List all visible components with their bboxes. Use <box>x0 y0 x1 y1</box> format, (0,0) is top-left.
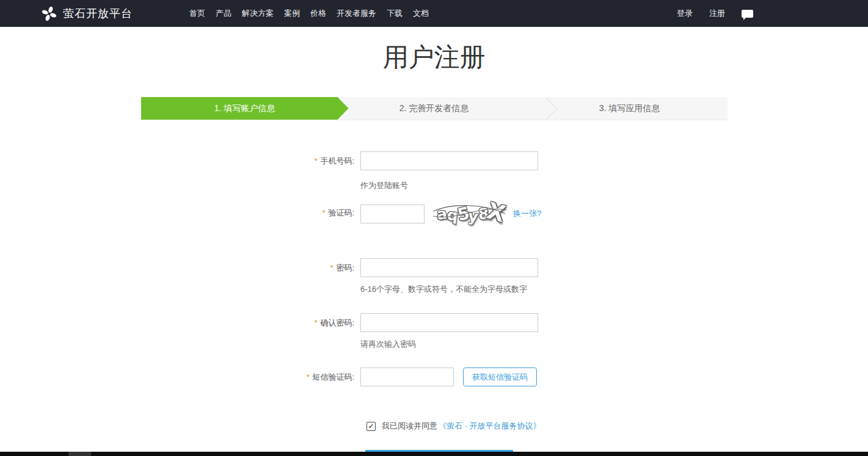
nav-item-download[interactable]: 下载 <box>387 8 403 19</box>
phone-hint: 作为登陆账号 <box>360 180 538 191</box>
register-link[interactable]: 注册 <box>709 8 725 19</box>
nav-item-cases[interactable]: 案例 <box>284 8 300 19</box>
required-mark: * <box>323 209 326 217</box>
nav-item-solutions[interactable]: 解决方案 <box>242 8 274 19</box>
sms-code-row: *短信验证码: 获取短信验证码 <box>0 367 868 387</box>
agreement-checkbox[interactable]: ✓ <box>367 422 376 431</box>
captcha-label: *验证码: <box>0 203 360 223</box>
sms-code-input[interactable] <box>360 367 454 386</box>
password-hint: 6-16个字母、数字或符号，不能全为字母或数字 <box>360 284 538 295</box>
required-mark: * <box>307 373 310 382</box>
login-link[interactable]: 登录 <box>677 8 693 19</box>
confirm-password-row: *确认密码: 请再次输入密码 <box>0 313 868 350</box>
phone-input[interactable] <box>360 151 538 170</box>
taskbar-edge <box>0 452 868 456</box>
captcha-text: aq5y8X <box>437 204 503 222</box>
captcha-input[interactable] <box>360 204 425 223</box>
top-navbar: 萤石开放平台 首页 产品 解决方案 案例 价格 开发者服务 下载 文档 登录 注… <box>0 0 868 27</box>
step-1-account-info: 1. 填写账户信息 <box>141 97 349 120</box>
taskbar-segment <box>68 452 91 456</box>
main-nav: 首页 产品 解决方案 案例 价格 开发者服务 下载 文档 <box>189 8 429 19</box>
step-3-app-info: 3. 填写应用信息 <box>532 97 728 120</box>
registration-page: 用户注册 1. 填写账户信息 2. 完善开发者信息 3. 填写应用信息 *手机号… <box>0 43 868 456</box>
registration-form: *手机号码: 作为登陆账号 *验证码: aq5y8X <box>0 151 868 456</box>
required-mark: * <box>330 264 334 272</box>
captcha-refresh-link[interactable]: 换一张? <box>513 208 541 219</box>
phone-row: *手机号码: 作为登陆账号 <box>0 151 868 191</box>
page-title: 用户注册 <box>0 43 868 71</box>
captcha-image[interactable]: aq5y8X <box>434 201 505 224</box>
nav-item-home[interactable]: 首页 <box>189 8 205 19</box>
ezviz-logo-icon <box>42 6 57 21</box>
get-sms-code-button[interactable]: 获取短信验证码 <box>463 367 537 386</box>
required-mark: * <box>315 319 318 327</box>
agreement-row: ✓ 我已阅读并同意 《萤石 · 开放平台服务协议》 <box>367 421 868 432</box>
confirm-password-hint: 请再次输入密码 <box>360 339 538 350</box>
nav-item-pricing[interactable]: 价格 <box>310 8 326 19</box>
password-label: *密码: <box>0 258 360 278</box>
nav-item-products[interactable]: 产品 <box>216 8 232 19</box>
required-mark: * <box>315 157 318 165</box>
brand-title: 萤石开放平台 <box>63 6 133 21</box>
nav-item-developer-services[interactable]: 开发者服务 <box>337 8 376 19</box>
sms-code-label: *短信验证码: <box>0 367 360 387</box>
agreement-text: 我已阅读并同意 <box>382 421 437 432</box>
chat-bubble-icon[interactable] <box>742 10 753 18</box>
password-input[interactable] <box>360 258 538 277</box>
service-agreement-link[interactable]: 《萤石 · 开放平台服务协议》 <box>439 421 541 432</box>
confirm-password-label: *确认密码: <box>0 313 360 333</box>
password-row: *密码: 6-16个字母、数字或符号，不能全为字母或数字 <box>0 258 868 295</box>
step-2-developer-info: 2. 完善开发者信息 <box>337 97 532 120</box>
phone-label: *手机号码: <box>0 151 360 171</box>
nav-right: 登录 注册 <box>677 8 753 19</box>
nav-item-docs[interactable]: 文档 <box>413 8 429 19</box>
step-progress-bar: 1. 填写账户信息 2. 完善开发者信息 3. 填写应用信息 <box>141 97 728 120</box>
confirm-password-input[interactable] <box>360 313 538 332</box>
captcha-row: *验证码: aq5y8X 换一张? <box>0 203 868 224</box>
brand[interactable]: 萤石开放平台 <box>42 6 133 21</box>
